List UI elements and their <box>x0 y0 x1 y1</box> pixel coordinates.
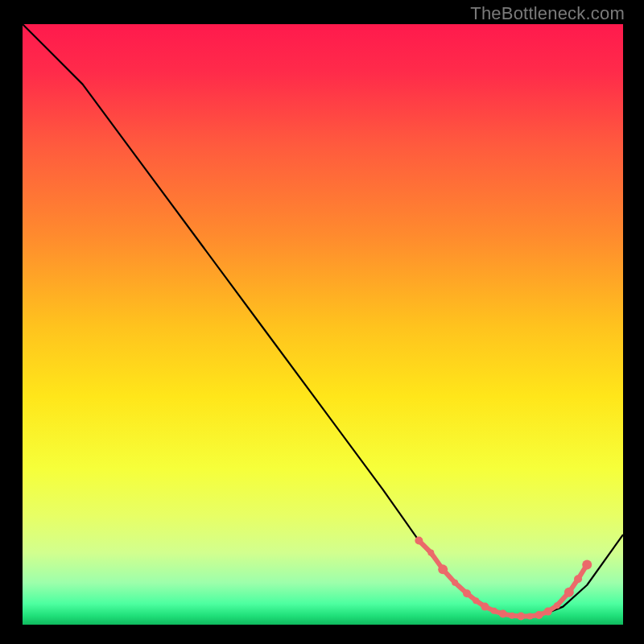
marker-dot <box>463 589 471 597</box>
marker-dot <box>427 549 434 555</box>
plot-background <box>23 24 623 625</box>
chart-stage: TheBottleneck.com <box>0 0 644 644</box>
marker-dot <box>582 559 592 569</box>
marker-dot <box>415 537 423 545</box>
marker-dot <box>438 564 448 574</box>
marker-dot <box>544 608 552 616</box>
marker-dot <box>564 588 574 597</box>
marker-dot <box>517 613 525 621</box>
marker-dot <box>452 580 458 586</box>
chart-svg <box>0 0 644 644</box>
marker-dot <box>526 613 533 620</box>
marker-dot <box>554 602 560 609</box>
marker-dot <box>535 611 543 619</box>
marker-dot <box>491 608 497 614</box>
marker-dot <box>574 575 582 583</box>
marker-dot <box>481 603 489 611</box>
marker-dot <box>499 610 507 618</box>
marker-dot <box>509 613 515 619</box>
marker-dot <box>473 597 479 604</box>
